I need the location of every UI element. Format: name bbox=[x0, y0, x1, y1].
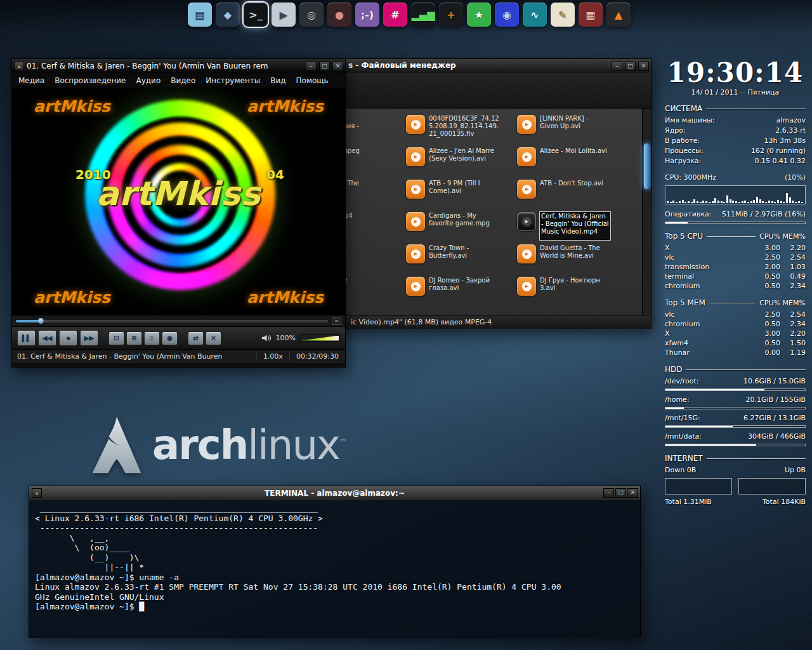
file-item[interactable]: ▶ Cardigans - My favorite game.mpg bbox=[405, 211, 513, 241]
play-badge-icon: ▶ bbox=[411, 120, 421, 129]
vlc-mode-button[interactable]: ✕ bbox=[206, 331, 221, 345]
file-item[interactable]: ▶ ATB - Don't Stop.avi bbox=[516, 178, 624, 209]
fm-scrollbar[interactable] bbox=[642, 109, 651, 315]
terminal-titlebar[interactable]: ▴ TERMINAL - almazov@almazov:~ – □ ✕ bbox=[29, 486, 640, 500]
extended-controls-button[interactable]: ≡ bbox=[332, 317, 341, 325]
dock-icon[interactable]: ◆ bbox=[216, 3, 240, 27]
dock-icon[interactable]: ∿ bbox=[523, 3, 547, 27]
vlc-video-area[interactable]: artMkiss artMkiss artMkiss artMkiss 2010… bbox=[12, 88, 345, 315]
arch-word: arch bbox=[152, 421, 247, 468]
dock-icon[interactable]: ✎ bbox=[551, 3, 575, 27]
vlc-titlebar[interactable]: ▴ 01. Cerf & Mitiska & Jaren - Beggin' Y… bbox=[12, 59, 345, 73]
dock-icon[interactable]: ◎ bbox=[299, 3, 324, 27]
terminal-close-button[interactable]: ✕ bbox=[627, 488, 638, 498]
file-item[interactable]: ▶ 0040FD016C3F_74.12 5.208.19_82.114.149… bbox=[405, 114, 513, 144]
section-system: СИСТЕМА bbox=[665, 104, 806, 113]
vlc-control-button[interactable]: ▶▶ bbox=[80, 330, 98, 346]
process-row: terminal0.500.49 bbox=[665, 272, 806, 281]
file-name: Alizee - J'en Ai Marre (Sexy Version).av… bbox=[429, 147, 494, 175]
system-info-row: Процессы:162 (0 running) bbox=[665, 146, 806, 156]
ram-row: Оперативка:511MiB / 2.97GiB (16%) bbox=[665, 209, 806, 220]
file-item[interactable]: ▶ Cerf, Mitiska & Jaren - Beggin' You (O… bbox=[516, 211, 624, 241]
video-file-icon: ▶ bbox=[406, 147, 425, 166]
vlc-menu-item[interactable]: Аудио bbox=[136, 76, 161, 85]
seek-thumb[interactable] bbox=[38, 318, 44, 324]
disk-usage-bar bbox=[665, 425, 806, 428]
volume-percent: 100% bbox=[276, 334, 296, 342]
dock-icon[interactable]: ▲ bbox=[606, 3, 631, 27]
playback-time[interactable]: 00:32/09:30 bbox=[289, 352, 345, 361]
vlc-tool-button[interactable]: ◉ bbox=[162, 331, 178, 345]
vlc-control-button[interactable]: ■ bbox=[59, 330, 77, 346]
process-row: X3.002.20 bbox=[665, 329, 806, 338]
dock-icon[interactable]: ▦ bbox=[579, 3, 603, 27]
dock-icon-glyph: ▲ bbox=[615, 9, 622, 21]
vlc-menu-item[interactable]: Воспроизведение bbox=[55, 76, 126, 85]
file-name: Cerf, Mitiska & Jaren - Beggin' You (Off… bbox=[540, 212, 610, 240]
vlc-menu-item[interactable]: Медиа bbox=[18, 76, 44, 85]
vlc-window-menu-button[interactable]: ▴ bbox=[14, 62, 24, 71]
file-item[interactable]: ▶ DJ Грув - Ноктюрн 3.avi bbox=[516, 275, 624, 306]
dock-icon[interactable]: ◉ bbox=[495, 3, 519, 27]
net-graphs bbox=[665, 478, 806, 494]
dock-icon-glyph: ▂▄▆ bbox=[412, 9, 435, 21]
video-file-icon: ▶ bbox=[517, 277, 536, 296]
file-item[interactable]: ▶ Crazy Town - Butterfly.avi bbox=[405, 243, 513, 274]
dock-icon[interactable]: ▤ bbox=[188, 3, 212, 27]
file-item[interactable]: ▶ DJ Romeo - Закрой глаза.avi bbox=[405, 275, 513, 306]
vlc-mode-button[interactable]: ⇄ bbox=[188, 331, 204, 345]
terminal-body[interactable]: ________________________________________… bbox=[29, 500, 640, 638]
dock-icon-glyph: ▦ bbox=[586, 9, 595, 21]
fm-scrollbar-thumb[interactable] bbox=[644, 143, 650, 189]
file-item[interactable]: ▶ Alizee - Moi Lolita.avi bbox=[516, 146, 624, 176]
dock-icon[interactable]: ★ bbox=[467, 3, 491, 27]
terminal-minimize-button[interactable]: – bbox=[603, 488, 614, 498]
dock-icon[interactable]: # bbox=[383, 3, 407, 27]
vlc-tool-button[interactable]: ≣ bbox=[126, 331, 142, 345]
vlc-control-button[interactable]: ◀◀ bbox=[38, 330, 56, 346]
disk-entry: /dev/root:10.6GiB / 15.0GiB bbox=[665, 376, 806, 391]
vlc-seek-row: ≡ bbox=[12, 315, 345, 326]
seek-slider[interactable] bbox=[16, 320, 328, 322]
vlc-menu-item[interactable]: Вид bbox=[270, 76, 285, 85]
fm-maximize-button[interactable]: □ bbox=[625, 62, 636, 71]
terminal-line: GHz GenuineIntel GNU/Linux bbox=[35, 592, 634, 602]
vlc-statusbar: 01. Cerf & Mitiska & Jaren - Beggin' You… bbox=[12, 349, 345, 363]
playback-rate[interactable]: 1.00x bbox=[256, 352, 289, 361]
dock-icon[interactable]: + bbox=[439, 3, 463, 27]
vlc-tool-button[interactable]: ≡ bbox=[144, 331, 160, 345]
dock-icon-glyph: >_ bbox=[249, 9, 262, 21]
play-badge-icon: ▶ bbox=[411, 185, 421, 194]
vlc-status-track: 01. Cerf & Mitiska & Jaren - Beggin' You… bbox=[12, 352, 256, 361]
vlc-menu-item[interactable]: Помощь bbox=[296, 76, 329, 85]
dock-icon[interactable]: ● bbox=[327, 3, 351, 27]
disk-entry: /mnt/15G:6.27GiB / 13.1GiB bbox=[665, 413, 806, 428]
vlc-maximize-button[interactable]: □ bbox=[319, 62, 330, 71]
file-item[interactable]: ▶ Alizee - J'en Ai Marre (Sexy Version).… bbox=[405, 146, 513, 176]
dock-icon[interactable]: ;-) bbox=[355, 3, 379, 27]
terminal-shade-button[interactable]: ▴ bbox=[32, 488, 42, 498]
dock-icon[interactable]: >_ bbox=[244, 3, 268, 27]
file-item[interactable]: ▶ ATB - 9 PM (Till I Come).avi bbox=[405, 178, 513, 209]
vlc-tool-button[interactable]: ⊡ bbox=[108, 331, 124, 345]
file-item[interactable]: ▶ David Guetta - The World is Mine.avi bbox=[516, 243, 624, 274]
terminal-line: Linux almazov 2.6.33-rt #1 SMP PREEMPT R… bbox=[35, 582, 634, 592]
dock-icon[interactable]: ▶ bbox=[272, 3, 296, 27]
terminal-line: [almazov@almazov ~]$ █ bbox=[35, 602, 634, 612]
vlc-menu-item[interactable]: Инструменты bbox=[206, 76, 260, 85]
vlc-minimize-button[interactable]: – bbox=[306, 62, 317, 71]
net-rates-row: Down 0BUp 0B bbox=[665, 465, 806, 475]
dock-icon[interactable]: ▂▄▆ bbox=[411, 3, 435, 27]
volume-slider[interactable] bbox=[299, 335, 340, 342]
play-badge-icon: ▶ bbox=[522, 282, 532, 291]
fm-minimize-button[interactable]: – bbox=[612, 62, 622, 71]
vlc-menu-item[interactable]: Видео bbox=[171, 76, 195, 85]
file-item[interactable]: ▶ [LINKIN PARK] - Given Up.avi bbox=[516, 114, 624, 144]
terminal-maximize-button[interactable]: □ bbox=[615, 488, 626, 498]
vlc-close-button[interactable]: ✕ bbox=[332, 62, 343, 71]
section-top-cpu: Top 5 CPUCPU% MEM% bbox=[665, 232, 806, 241]
fm-close-button[interactable]: ✕ bbox=[638, 62, 649, 71]
conky-monitor: 19:30:14 14/ 01 / 2011 -- Пятница СИСТЕМ… bbox=[665, 60, 806, 507]
process-row: xfwm40.501.50 bbox=[665, 338, 806, 348]
vlc-control-button[interactable]: ▌▌ bbox=[17, 330, 36, 346]
